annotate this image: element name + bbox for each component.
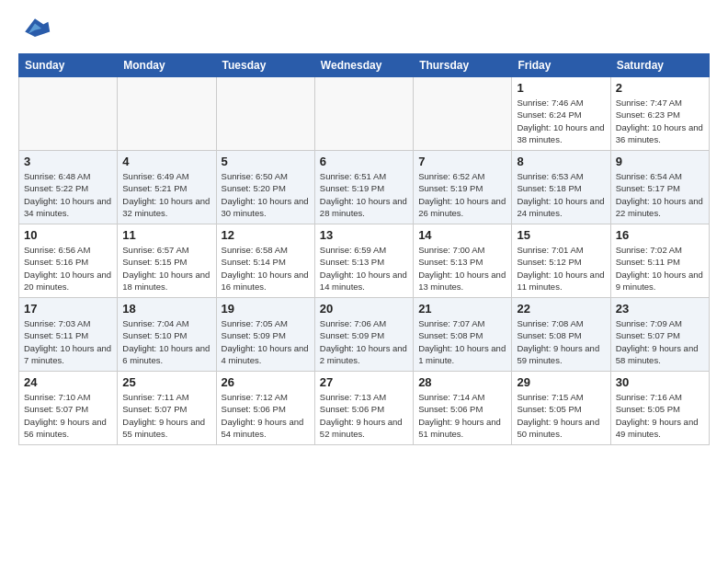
calendar-cell: 1Sunrise: 7:46 AM Sunset: 6:24 PM Daylig…: [512, 77, 610, 151]
calendar-cell: 6Sunrise: 6:51 AM Sunset: 5:19 PM Daylig…: [314, 151, 413, 224]
day-number: 7: [418, 155, 506, 168]
day-number: 20: [320, 302, 408, 316]
day-number: 26: [222, 375, 310, 389]
day-info: Sunrise: 7:04 AM Sunset: 5:10 PM Dayligh…: [122, 317, 210, 366]
calendar-cell: 20Sunrise: 7:06 AM Sunset: 5:09 PM Dayli…: [314, 298, 413, 372]
day-number: 5: [222, 155, 310, 168]
day-info: Sunrise: 7:46 AM Sunset: 6:24 PM Dayligh…: [517, 97, 605, 145]
calendar-body: 1Sunrise: 7:46 AM Sunset: 6:24 PM Daylig…: [19, 77, 710, 445]
calendar-cell: 9Sunrise: 6:54 AM Sunset: 5:17 PM Daylig…: [610, 151, 709, 224]
day-info: Sunrise: 7:01 AM Sunset: 5:12 PM Dayligh…: [517, 244, 605, 293]
day-number: 21: [418, 302, 506, 316]
calendar-cell: [19, 77, 118, 151]
calendar-cell: [314, 77, 413, 151]
day-number: 2: [616, 81, 704, 95]
calendar-cell: 28Sunrise: 7:14 AM Sunset: 5:06 PM Dayli…: [414, 372, 512, 445]
calendar-cell: 30Sunrise: 7:16 AM Sunset: 5:05 PM Dayli…: [610, 372, 709, 445]
calendar-cell: [118, 77, 216, 151]
weekday-row: SundayMondayTuesdayWednesdayThursdayFrid…: [19, 54, 710, 77]
calendar-cell: [414, 77, 512, 151]
calendar-cell: 2Sunrise: 7:47 AM Sunset: 6:23 PM Daylig…: [610, 77, 709, 151]
calendar-cell: 22Sunrise: 7:08 AM Sunset: 5:08 PM Dayli…: [512, 298, 610, 372]
day-number: 3: [24, 155, 112, 168]
calendar-cell: 29Sunrise: 7:15 AM Sunset: 5:05 PM Dayli…: [512, 372, 610, 445]
day-info: Sunrise: 7:10 AM Sunset: 5:07 PM Dayligh…: [24, 391, 112, 440]
weekday-header: Sunday: [19, 54, 118, 77]
day-number: 25: [122, 375, 210, 389]
calendar-week: 3Sunrise: 6:48 AM Sunset: 5:22 PM Daylig…: [19, 151, 710, 224]
calendar-cell: 7Sunrise: 6:52 AM Sunset: 5:19 PM Daylig…: [414, 151, 512, 224]
day-number: 28: [418, 375, 506, 389]
day-number: 13: [320, 228, 408, 242]
calendar-cell: 15Sunrise: 7:01 AM Sunset: 5:12 PM Dayli…: [512, 224, 610, 298]
calendar-cell: 10Sunrise: 6:56 AM Sunset: 5:16 PM Dayli…: [19, 224, 118, 298]
day-info: Sunrise: 6:56 AM Sunset: 5:16 PM Dayligh…: [24, 244, 112, 293]
day-number: 19: [222, 302, 310, 316]
day-number: 6: [320, 155, 408, 168]
day-info: Sunrise: 7:00 AM Sunset: 5:13 PM Dayligh…: [418, 244, 506, 293]
weekday-header: Monday: [118, 54, 216, 77]
day-number: 12: [222, 228, 310, 242]
day-info: Sunrise: 7:15 AM Sunset: 5:05 PM Dayligh…: [517, 391, 605, 440]
calendar-week: 1Sunrise: 7:46 AM Sunset: 6:24 PM Daylig…: [19, 77, 710, 151]
day-info: Sunrise: 6:58 AM Sunset: 5:14 PM Dayligh…: [222, 244, 310, 293]
weekday-header: Tuesday: [216, 54, 314, 77]
day-number: 1: [517, 81, 605, 95]
day-info: Sunrise: 7:05 AM Sunset: 5:09 PM Dayligh…: [222, 317, 310, 366]
calendar-cell: 19Sunrise: 7:05 AM Sunset: 5:09 PM Dayli…: [216, 298, 314, 372]
day-number: 4: [122, 155, 210, 168]
day-info: Sunrise: 7:16 AM Sunset: 5:05 PM Dayligh…: [616, 391, 704, 440]
day-number: 15: [517, 228, 605, 242]
day-info: Sunrise: 6:59 AM Sunset: 5:13 PM Dayligh…: [320, 244, 408, 293]
day-info: Sunrise: 7:06 AM Sunset: 5:09 PM Dayligh…: [320, 317, 408, 366]
calendar-cell: 12Sunrise: 6:58 AM Sunset: 5:14 PM Dayli…: [216, 224, 314, 298]
day-info: Sunrise: 6:53 AM Sunset: 5:18 PM Dayligh…: [517, 170, 605, 219]
calendar-cell: 25Sunrise: 7:11 AM Sunset: 5:07 PM Dayli…: [118, 372, 216, 445]
day-info: Sunrise: 7:08 AM Sunset: 5:08 PM Dayligh…: [517, 317, 605, 366]
day-number: 11: [122, 228, 210, 242]
day-number: 24: [24, 375, 112, 389]
page: SundayMondayTuesdayWednesdayThursdayFrid…: [0, 0, 728, 456]
calendar-cell: 14Sunrise: 7:00 AM Sunset: 5:13 PM Dayli…: [414, 224, 512, 298]
day-info: Sunrise: 7:03 AM Sunset: 5:11 PM Dayligh…: [24, 317, 112, 366]
calendar-cell: 23Sunrise: 7:09 AM Sunset: 5:07 PM Dayli…: [610, 298, 709, 372]
calendar-cell: [216, 77, 314, 151]
calendar-cell: 17Sunrise: 7:03 AM Sunset: 5:11 PM Dayli…: [19, 298, 118, 372]
day-number: 10: [24, 228, 112, 242]
calendar-cell: 16Sunrise: 7:02 AM Sunset: 5:11 PM Dayli…: [610, 224, 709, 298]
calendar-cell: 13Sunrise: 6:59 AM Sunset: 5:13 PM Dayli…: [314, 224, 413, 298]
day-info: Sunrise: 7:12 AM Sunset: 5:06 PM Dayligh…: [222, 391, 310, 440]
day-info: Sunrise: 6:54 AM Sunset: 5:17 PM Dayligh…: [616, 170, 704, 219]
day-number: 22: [517, 302, 605, 316]
day-info: Sunrise: 6:52 AM Sunset: 5:19 PM Dayligh…: [418, 170, 506, 219]
day-number: 27: [320, 375, 408, 389]
weekday-header: Wednesday: [314, 54, 413, 77]
day-info: Sunrise: 7:09 AM Sunset: 5:07 PM Dayligh…: [616, 317, 704, 366]
calendar-cell: 24Sunrise: 7:10 AM Sunset: 5:07 PM Dayli…: [19, 372, 118, 445]
day-info: Sunrise: 6:57 AM Sunset: 5:15 PM Dayligh…: [122, 244, 210, 293]
calendar-cell: 18Sunrise: 7:04 AM Sunset: 5:10 PM Dayli…: [118, 298, 216, 372]
calendar: SundayMondayTuesdayWednesdayThursdayFrid…: [18, 53, 710, 445]
calendar-cell: 5Sunrise: 6:50 AM Sunset: 5:20 PM Daylig…: [216, 151, 314, 224]
day-number: 23: [616, 302, 704, 316]
day-info: Sunrise: 7:14 AM Sunset: 5:06 PM Dayligh…: [418, 391, 506, 440]
calendar-header: SundayMondayTuesdayWednesdayThursdayFrid…: [19, 54, 710, 77]
day-number: 18: [122, 302, 210, 316]
calendar-cell: 11Sunrise: 6:57 AM Sunset: 5:15 PM Dayli…: [118, 224, 216, 298]
day-number: 30: [616, 375, 704, 389]
calendar-cell: 3Sunrise: 6:48 AM Sunset: 5:22 PM Daylig…: [19, 151, 118, 224]
header: [18, 15, 710, 42]
calendar-week: 24Sunrise: 7:10 AM Sunset: 5:07 PM Dayli…: [19, 372, 710, 445]
weekday-header: Friday: [512, 54, 610, 77]
calendar-cell: 21Sunrise: 7:07 AM Sunset: 5:08 PM Dayli…: [414, 298, 512, 372]
day-info: Sunrise: 6:51 AM Sunset: 5:19 PM Dayligh…: [320, 170, 408, 219]
day-number: 14: [418, 228, 506, 242]
day-info: Sunrise: 7:11 AM Sunset: 5:07 PM Dayligh…: [122, 391, 210, 440]
day-number: 16: [616, 228, 704, 242]
day-info: Sunrise: 6:48 AM Sunset: 5:22 PM Dayligh…: [24, 170, 112, 219]
calendar-cell: 4Sunrise: 6:49 AM Sunset: 5:21 PM Daylig…: [118, 151, 216, 224]
day-number: 17: [24, 302, 112, 316]
logo: [18, 15, 57, 42]
day-number: 9: [616, 155, 704, 168]
calendar-week: 10Sunrise: 6:56 AM Sunset: 5:16 PM Dayli…: [19, 224, 710, 298]
